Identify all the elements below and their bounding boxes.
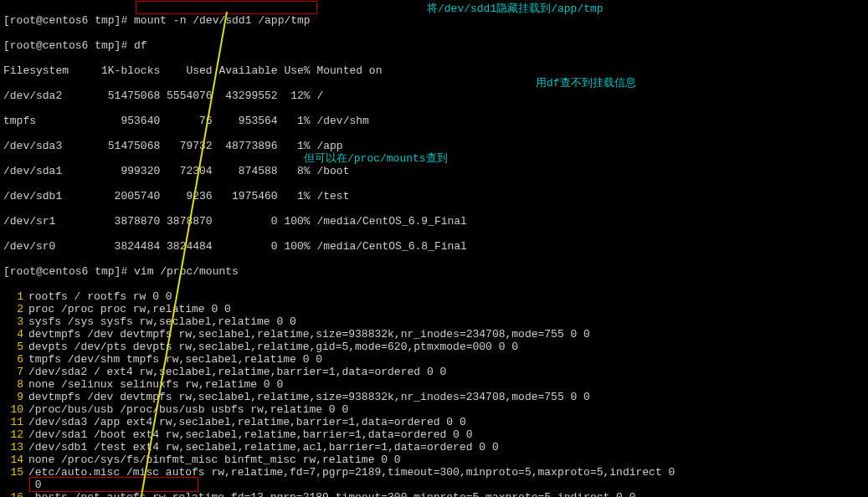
line-number: 14 (3, 453, 23, 466)
df-row: tmpfs 953640 76 953564 1% /dev/shm (3, 115, 865, 127)
line-text: rootfs / rootfs rw 0 0 (28, 290, 172, 303)
line-text: devpts /dev/pts devpts rw,seclabel,relat… (28, 341, 518, 353)
df-row: /dev/sr0 3824484 3824484 0 100% /media/C… (3, 240, 865, 253)
line-number: 8 (3, 378, 23, 391)
line-text: none /selinux selinuxfs rw,relatime 0 0 (28, 378, 283, 391)
vim-line: 9devtmpfs /dev devtmpfs rw,seclabel,rela… (3, 391, 865, 403)
annotation-df-not-found: 用df查不到挂载信息 (536, 77, 636, 90)
line-text: /proc/bus/usb /proc/bus/usb usbfs rw,rel… (28, 403, 348, 416)
line-number: 5 (3, 341, 23, 353)
line-text: devtmpfs /dev devtmpfs rw,seclabel,relat… (28, 328, 590, 341)
terminal-output: [root@centos6 tmp]# mount -n /dev/sdd1 /… (0, 0, 868, 497)
vim-line: 7/dev/sda2 / ext4 rw,seclabel,relatime,b… (3, 366, 865, 378)
line-number: 7 (3, 366, 23, 378)
vim-line: 3sysfs /sys sysfs rw,seclabel,relatime 0… (3, 315, 865, 328)
vim-line: 2proc /proc proc rw,relatime 0 0 (3, 303, 865, 315)
line-vim-cmd: [root@centos6 tmp]# vim /proc/mounts (3, 265, 865, 278)
line-text: devtmpfs /dev devtmpfs rw,seclabel,relat… (28, 391, 590, 403)
line-text: -hosts /net autofs rw,relatime,fd=13,pgr… (28, 491, 636, 497)
vim-line: 16-hosts /net autofs rw,relatime,fd=13,p… (3, 491, 865, 497)
line-text: 0 (28, 479, 42, 491)
vim-line: 8none /selinux selinuxfs rw,relatime 0 0 (3, 378, 865, 391)
line-number: 11 (3, 416, 23, 428)
line-number: 4 (3, 328, 23, 341)
line-text: /dev/sda1 /boot ext4 rw,seclabel,relatim… (28, 428, 473, 441)
vim-line: 0 (3, 479, 865, 491)
vim-line: 12/dev/sda1 /boot ext4 rw,seclabel,relat… (3, 428, 865, 441)
df-row: /dev/sr1 3878870 3878870 0 100% /media/C… (3, 215, 865, 228)
df-row: /dev/sdb1 2005740 9236 1975460 1% /test (3, 190, 865, 202)
line-number: 15 (3, 466, 23, 479)
line-number: 16 (3, 491, 23, 497)
line-text: /etc/auto.misc /misc autofs rw,relatime,… (28, 466, 675, 479)
prompt: [root@centos6 tmp]# (3, 14, 134, 27)
vim-line: 13/dev/sdb1 /test ext4 rw,seclabel,relat… (3, 441, 865, 453)
cmd-df: df (134, 39, 147, 52)
df-header: Filesystem 1K-blocks Used Available Use%… (3, 64, 865, 77)
line-number: 10 (3, 403, 23, 416)
vim-line: 15/etc/auto.misc /misc autofs rw,relatim… (3, 466, 865, 479)
df-row: /dev/sda2 51475068 5554076 43299552 12% … (3, 90, 865, 102)
line-text: sysfs /sys sysfs rw,seclabel,relatime 0 … (28, 315, 296, 328)
annotation-hidden-mount: 将/dev/sdd1隐藏挂载到/app/tmp (427, 3, 603, 15)
line-text: /dev/sdb1 /test ext4 rw,seclabel,relatim… (28, 441, 499, 453)
vim-line: 14none /proc/sys/fs/binfmt_misc binfmt_m… (3, 453, 865, 466)
line-df-cmd: [root@centos6 tmp]# df (3, 39, 865, 52)
line-text: none /proc/sys/fs/binfmt_misc binfmt_mis… (28, 453, 401, 466)
line-number: 12 (3, 428, 23, 441)
vim-content: 1rootfs / rootfs rw 0 02proc /proc proc … (3, 290, 865, 497)
vim-line: 5devpts /dev/pts devpts rw,seclabel,rela… (3, 341, 865, 353)
df-row: /dev/sda1 999320 72304 874588 8% /boot (3, 165, 865, 177)
line-text: tmpfs /dev/shm tmpfs rw,seclabel,relatim… (28, 353, 322, 366)
line-number: 13 (3, 441, 23, 453)
vim-line: 11/dev/sda3 /app ext4 rw,seclabel,relati… (3, 416, 865, 428)
line-text: /dev/sda2 / ext4 rw,seclabel,relatime,ba… (28, 366, 446, 378)
prompt: [root@centos6 tmp]# (3, 265, 134, 278)
line-number: 3 (3, 315, 23, 328)
line-number: 2 (3, 303, 23, 315)
vim-line: 1rootfs / rootfs rw 0 0 (3, 290, 865, 303)
line-number: 6 (3, 353, 23, 366)
vim-line: 6tmpfs /dev/shm tmpfs rw,seclabel,relati… (3, 353, 865, 366)
line-number: 9 (3, 391, 23, 403)
line-text: /dev/sda3 /app ext4 rw,seclabel,relatime… (28, 416, 466, 428)
prompt: [root@centos6 tmp]# (3, 39, 134, 52)
cmd-vim: vim /proc/mounts (134, 265, 239, 278)
line-number: 1 (3, 290, 23, 303)
vim-line: 10/proc/bus/usb /proc/bus/usb usbfs rw,r… (3, 403, 865, 416)
vim-line: 4devtmpfs /dev devtmpfs rw,seclabel,rela… (3, 328, 865, 341)
line-text: proc /proc proc rw,relatime 0 0 (28, 303, 231, 315)
annotation-proc-mounts: 但可以在/proc/mounts查到 (304, 152, 448, 165)
line-mount: [root@centos6 tmp]# mount -n /dev/sdd1 /… (3, 14, 865, 27)
cmd-mount: mount -n /dev/sdd1 /app/tmp (134, 14, 311, 27)
df-row: /dev/sda3 51475068 79732 48773896 1% /ap… (3, 140, 865, 152)
